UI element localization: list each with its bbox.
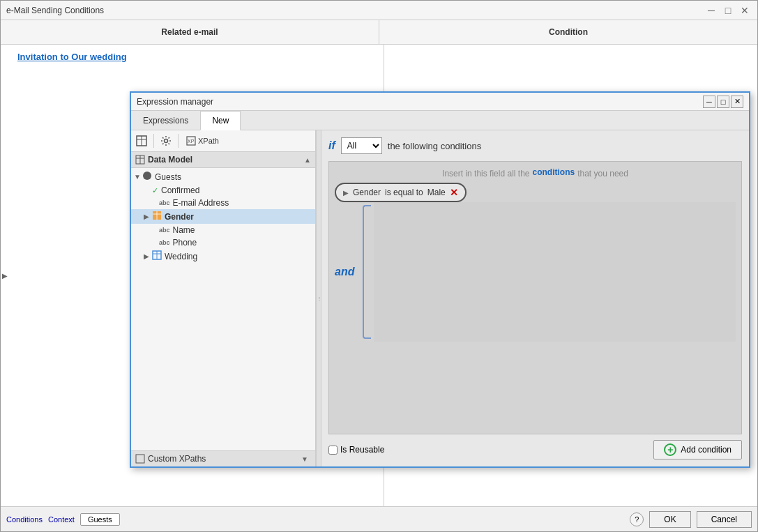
guests-label: Guests: [155, 172, 181, 182]
window-controls: ─ □ ✕: [704, 3, 752, 17]
add-condition-icon: +: [664, 443, 676, 456]
hint-row: Insert in this field all the conditions …: [335, 167, 736, 178]
expand-wedding-icon: ▶: [144, 252, 151, 260]
pill-operator: is equal to: [385, 188, 423, 197]
email-label: E-mail Address: [173, 198, 229, 208]
bottom-bar: Conditions Context Guests ? OK Cancel: [1, 506, 757, 531]
help-button[interactable]: ?: [630, 512, 644, 526]
and-label: and: [335, 202, 363, 342]
hint-conditions-word: conditions: [533, 167, 575, 178]
add-condition-button[interactable]: + Add condition: [653, 440, 742, 459]
xpath-label: XPath: [198, 137, 219, 145]
resize-dots: ⋮: [317, 296, 321, 302]
col-related-email: Related e-mail: [1, 20, 379, 44]
dialog-titlebar: Expression manager ─ □ ✕: [131, 93, 749, 111]
main-titlebar: e-Mail Sending Conditions ─ □ ✕: [1, 1, 757, 20]
dialog-minimize-btn[interactable]: ─: [703, 96, 715, 108]
tree-item-wedding[interactable]: ▶ Wedding: [131, 249, 315, 264]
wedding-icon: [152, 250, 162, 262]
wedding-label: Wedding: [165, 252, 197, 261]
expression-manager-dialog: Expression manager ─ □ ✕ Expressions New: [130, 91, 750, 468]
tree-header: Data Model ▲: [131, 152, 315, 168]
add-condition-label: Add condition: [681, 445, 732, 455]
confirmed-icon: ✓: [152, 186, 158, 195]
xpath-button[interactable]: XP XPath: [183, 133, 222, 149]
svg-point-9: [143, 172, 151, 180]
name-icon: abc: [159, 227, 170, 234]
tree-item-name[interactable]: abc Name: [131, 224, 315, 236]
pill-field: Gender: [353, 188, 381, 197]
col-condition: Condition: [379, 20, 757, 44]
is-reusable-checkbox[interactable]: [328, 446, 338, 455]
custom-xpath-expand-icon: ▼: [301, 455, 308, 463]
guests-tab[interactable]: Guests: [80, 513, 120, 526]
tree-item-phone[interactable]: abc Phone: [131, 236, 315, 249]
tab-expressions[interactable]: Expressions: [131, 111, 200, 130]
pill-close-icon[interactable]: ✕: [450, 187, 458, 198]
tab-new[interactable]: New: [200, 111, 241, 130]
svg-point-3: [165, 139, 168, 143]
and-drop-area: [374, 202, 736, 342]
phone-label: Phone: [173, 238, 197, 248]
email-icon: abc: [159, 199, 170, 206]
tree-item-guests[interactable]: ▼ Guests: [131, 169, 315, 184]
resize-handle[interactable]: ⋮: [316, 130, 321, 466]
dialog-restore-btn[interactable]: □: [717, 96, 729, 108]
tree-item-email[interactable]: abc E-mail Address: [131, 197, 315, 209]
conditions-area: Insert in this field all the conditions …: [328, 161, 742, 434]
expand-guests-icon: ▼: [134, 173, 141, 181]
table-header: Related e-mail Condition: [1, 20, 757, 45]
gender-label: Gender: [165, 212, 194, 222]
following-text: the following conditions: [388, 141, 481, 151]
svg-text:XP: XP: [188, 139, 195, 144]
all-select[interactable]: All Any None: [341, 137, 382, 154]
toolbar-separator-2: [178, 134, 179, 148]
gender-icon: [152, 211, 162, 222]
right-panel: if All Any None the following conditions…: [321, 130, 749, 466]
is-reusable-label: Is Reusable: [340, 445, 384, 455]
name-label: Name: [173, 225, 195, 235]
hint-text-1: Insert in this field all the: [442, 169, 529, 178]
tree-item-gender[interactable]: ▶ Gender: [131, 209, 315, 224]
dialog-close-btn[interactable]: ✕: [731, 96, 743, 108]
tree-item-confirmed[interactable]: ✓ Confirmed: [131, 184, 315, 197]
toolbar-separator: [153, 134, 154, 148]
if-label: if: [328, 139, 335, 152]
cancel-button[interactable]: Cancel: [697, 511, 752, 528]
custom-xpath-section[interactable]: Custom XPaths ▼: [131, 450, 315, 466]
restore-button[interactable]: □: [721, 3, 735, 17]
tree-header-label: Data Model: [148, 155, 192, 165]
reusable-checkbox: Is Reusable: [328, 445, 384, 455]
gear-icon[interactable]: [158, 133, 174, 149]
phone-icon: abc: [159, 239, 170, 246]
close-button[interactable]: ✕: [738, 3, 752, 17]
minimize-button[interactable]: ─: [704, 3, 718, 17]
ok-button[interactable]: OK: [649, 511, 690, 528]
condition-header: if All Any None the following conditions: [328, 137, 742, 154]
pill-value: Male: [427, 188, 446, 197]
and-section: and: [335, 202, 736, 342]
condition-pill[interactable]: ▶ Gender is equal to Male ✕: [335, 183, 467, 202]
conditions-label: Conditions: [6, 515, 43, 524]
data-model-icon: [135, 155, 145, 165]
hint-text-2: that you need: [577, 169, 628, 178]
email-link[interactable]: Invitation to Our wedding: [17, 52, 127, 62]
main-window-title: e-Mail Sending Conditions: [6, 6, 104, 15]
left-panel: XP XPath Data Model ▲: [131, 130, 316, 466]
expand-gender-icon: ▶: [144, 213, 151, 220]
table-icon[interactable]: [134, 133, 149, 149]
dialog-title: Expression manager: [137, 97, 213, 107]
custom-xpath-label: Custom XPaths: [148, 454, 206, 464]
pill-expand-icon: ▶: [343, 189, 349, 197]
main-window: e-Mail Sending Conditions ─ □ ✕ Related …: [0, 0, 758, 532]
left-toolbar: XP XPath: [131, 130, 315, 152]
dialog-body: XP XPath Data Model ▲: [131, 130, 749, 466]
custom-xpath-icon: [135, 454, 145, 464]
context-label: Context: [48, 515, 75, 524]
tree-section: Data Model ▲ ▼ Guests: [131, 152, 315, 450]
right-bottom: Is Reusable + Add condition: [328, 440, 742, 459]
brace-symbol: [363, 205, 371, 339]
tree-scroll-btn[interactable]: ▲: [304, 156, 311, 164]
guests-icon: [142, 171, 152, 183]
conditions-list: ▶ Gender is equal to Male ✕: [335, 183, 736, 202]
